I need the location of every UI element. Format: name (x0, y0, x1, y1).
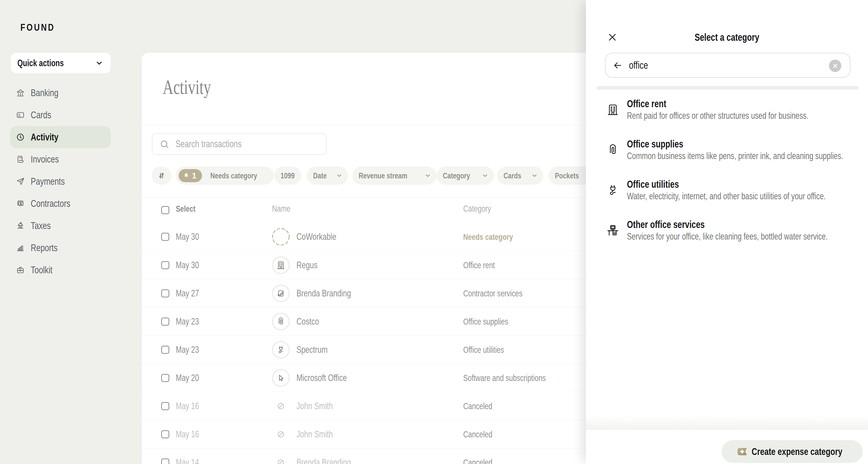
building-icon (607, 104, 619, 116)
close-icon[interactable] (607, 32, 617, 42)
paperclip-icon (277, 317, 285, 326)
avatar (272, 313, 290, 330)
avatar-cell (272, 285, 290, 302)
checkbox-cell (161, 289, 169, 297)
transaction-name: CoWorkable (297, 232, 336, 242)
category-title: Office rent (627, 98, 809, 110)
tag-plus-icon (738, 448, 747, 456)
checkbox-cell (161, 402, 169, 410)
invoice-icon (16, 155, 25, 164)
avatar-cell (272, 313, 290, 330)
sidebar-item-contractors[interactable]: Contractors (10, 193, 111, 214)
category-result[interactable]: Office rent Rent paid for offices or oth… (586, 90, 868, 130)
transaction-name: John Smith (297, 429, 333, 440)
chip-label: Needs category (210, 171, 257, 180)
category-description: Services for your office, like cleaning … (627, 231, 828, 242)
create-expense-category-button[interactable]: Create expense category (722, 440, 863, 463)
category-result[interactable]: Office utilities Water, electricity, int… (586, 170, 868, 210)
checkbox-cell (161, 261, 169, 269)
column-name: Name (272, 204, 290, 213)
transaction-date: May 23 (176, 344, 199, 355)
checkbox-cell (161, 374, 169, 382)
avatar (272, 341, 290, 359)
checkbox-cell (161, 233, 169, 241)
sidebar-item-label: Contractors (31, 198, 70, 209)
date-filter-chip[interactable]: Date (307, 167, 348, 185)
transaction-date: May 20 (176, 373, 199, 383)
avatar-cell (272, 341, 290, 359)
transaction-name: Microsoft Office (297, 373, 347, 383)
select-category-panel: Select a category office Office rent Ren… (586, 0, 868, 464)
checkbox-cell (161, 346, 169, 354)
sidebar-item-label: Toolkit (31, 264, 52, 275)
filters-button[interactable] (152, 167, 171, 185)
credit-card-icon (16, 111, 25, 119)
bell-icon (183, 173, 189, 179)
row-checkbox[interactable] (161, 261, 169, 269)
cards-filter-chip[interactable]: Cards (497, 167, 543, 185)
search-icon (159, 139, 169, 149)
category-text: Office supplies Common business items li… (627, 138, 868, 162)
chip-label: Category (443, 171, 470, 180)
building-icon (277, 261, 285, 269)
chip-label: Pockets (555, 171, 579, 180)
avatar-cell (272, 426, 290, 443)
row-checkbox[interactable] (161, 233, 169, 241)
sidebar-item-taxes[interactable]: Taxes (10, 214, 111, 237)
transaction-name: Costco (297, 316, 319, 327)
category-result[interactable]: Office supplies Common business items li… (586, 130, 868, 170)
sidebar-item-toolkit[interactable]: Toolkit (10, 259, 111, 281)
row-checkbox[interactable] (161, 318, 169, 326)
capitol-icon (16, 222, 25, 230)
transaction-name: John Smith (297, 401, 333, 411)
category-result[interactable]: Other office services Services for your … (586, 210, 868, 251)
avatar (272, 256, 290, 274)
row-checkbox[interactable] (161, 402, 169, 410)
bar-chart-icon (16, 243, 25, 252)
sidebar-item-invoices[interactable]: Invoices (10, 148, 111, 170)
category-search-input[interactable]: office (605, 53, 850, 78)
sidebar-item-label: Invoices (31, 154, 59, 165)
needs-category-filter-chip[interactable]: 1 Needs category (176, 167, 274, 185)
row-checkbox[interactable] (161, 289, 169, 297)
plug-icon (277, 345, 285, 354)
transaction-date: May 27 (176, 288, 199, 299)
transaction-name: Regus (297, 260, 317, 270)
row-checkbox[interactable] (161, 374, 169, 382)
chevron-down-icon (425, 172, 431, 179)
transaction-name: Brenda Branding (297, 288, 351, 299)
sliders-icon (158, 172, 165, 179)
category-filter-chip[interactable]: Category (436, 167, 494, 185)
chevron-down-icon (336, 172, 343, 179)
row-checkbox[interactable] (161, 346, 169, 354)
1099-filter-chip[interactable]: 1099 (274, 167, 301, 185)
row-checkbox[interactable] (161, 459, 169, 464)
badge-count: 1 (192, 171, 196, 180)
checkbox-cell (161, 206, 169, 214)
slash-circle-icon (272, 426, 290, 443)
sidebar-item-cards[interactable]: Cards (10, 104, 111, 126)
id-card-icon (16, 199, 25, 208)
sidebar-item-label: Reports (31, 242, 58, 254)
row-checkbox[interactable] (161, 430, 169, 438)
transaction-category: Canceled (463, 401, 492, 411)
category-title: Office utilities (627, 178, 826, 190)
sidebar-item-reports[interactable]: Reports (10, 237, 111, 259)
sidebar-item-payments[interactable]: Payments (10, 170, 111, 193)
transaction-date: May 23 (176, 316, 199, 327)
bank-icon (16, 89, 25, 97)
revenue-stream-filter-chip[interactable]: Revenue stream (352, 167, 436, 185)
clear-search-button[interactable] (829, 60, 841, 72)
chevron-down-icon (531, 172, 538, 179)
category-text: Office utilities Water, electricity, int… (627, 178, 868, 202)
quick-actions-button[interactable]: Quick actions (11, 53, 111, 73)
sidebar-item-banking[interactable]: Banking (10, 82, 111, 104)
found-logo: FOUND (21, 23, 55, 32)
avatar-cell (272, 369, 290, 387)
search-transactions-input[interactable]: Search transactions (152, 133, 327, 155)
arrow-left-icon[interactable] (613, 61, 622, 70)
select-all-checkbox[interactable] (161, 206, 169, 214)
sidebar-item-activity[interactable]: Activity (10, 126, 111, 148)
signature-icon (277, 289, 285, 298)
category-description: Water, electricity, internet, and other … (627, 190, 826, 202)
